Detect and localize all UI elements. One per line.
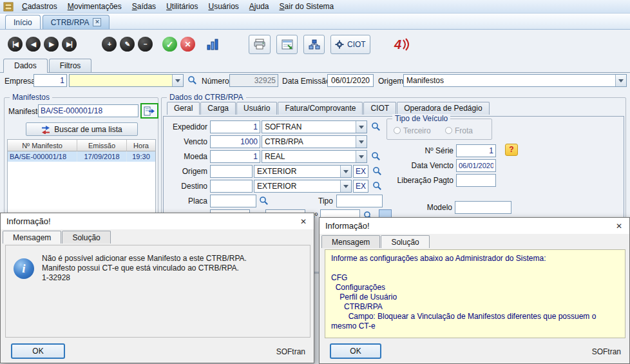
vencto-combo[interactable]: CTRB/RPA [262,135,367,148]
tab-filtros[interactable]: Filtros [49,59,92,73]
tab-mensagem-label: Mensagem [13,233,51,242]
origem-search-icon[interactable] [372,166,382,176]
confirm-button[interactable]: ✓ [162,37,177,52]
moeda-code-input[interactable] [210,150,260,163]
close-icon[interactable]: ✕ [609,218,629,234]
tab-mensagem[interactable]: Mensagem [321,235,380,248]
radio-frota[interactable]: Frota [445,126,473,135]
vencto-code-input[interactable] [210,135,260,148]
nav-next-button[interactable]: ▶ [44,37,59,52]
col-header-emissao[interactable]: Emissão [77,140,127,151]
menu-item-ajuda[interactable]: Ajuda [244,1,274,12]
nav-last-button[interactable]: ▶| [62,37,77,52]
delete-button[interactable]: − [138,37,153,52]
destino-search-icon[interactable] [372,181,382,191]
tab-ciot-label: CIOT [370,104,389,113]
menu-item-movimentacoes[interactable]: Movimentações [62,1,127,12]
tab-dados[interactable]: Dados [3,59,48,73]
cancel-button[interactable]: ✕ [180,37,195,52]
solucao-content: Informe as configurações abaixo ao Admin… [325,249,625,338]
tab-solucao[interactable]: Solução [381,235,429,248]
edit-button[interactable]: ✎ [120,37,135,52]
origem-combo[interactable]: EXTERIOR [254,165,352,178]
expedidor-code-input[interactable] [210,120,260,133]
ciot-button[interactable]: CIOT [330,35,370,54]
origem-uf-input[interactable] [353,165,368,178]
data-vencto-input[interactable] [456,159,496,172]
dropdown-arrow-icon[interactable] [340,166,351,177]
dialog-solucao: Informação! ✕ Mensagem Solução Informe a… [319,217,630,364]
dropdown-arrow-icon[interactable] [340,180,351,192]
expedidor-search-icon[interactable] [371,122,381,131]
tipo-veiculo-group: Tipo de Veículo Terceiro Frota [387,119,492,140]
placa-label: Placa [164,196,207,206]
add-manifesto-button[interactable] [140,103,158,119]
moeda-search-icon[interactable] [371,151,381,161]
data-emissao-input[interactable] [327,74,374,87]
menu-item-saidas[interactable]: Saídas [127,1,161,12]
expedidor-combo[interactable]: SOFTRAN [262,120,367,133]
app-icon [3,2,14,12]
tab-inicio[interactable]: Início [5,15,41,29]
menu-item-sair[interactable]: Sair do Sistema [274,1,339,12]
tab-close-icon[interactable]: ✕ [93,18,101,26]
support-button[interactable]: 4 [393,37,410,52]
tab-ciot[interactable]: CIOT [363,102,396,115]
ok-button[interactable]: OK [11,343,65,359]
dialog-solucao-titlebar: Informação! [320,218,629,234]
radio-terceiro[interactable]: Terceiro [394,126,431,135]
chart-button[interactable] [205,39,222,50]
tab-filtros-label: Filtros [60,61,81,70]
menu-item-cadastros[interactable]: Cadastros [17,1,62,12]
print-button[interactable] [249,35,271,54]
ok-button[interactable]: OK [330,343,381,359]
placa-input[interactable] [210,195,256,207]
tab-mensagem[interactable]: Mensagem [3,231,61,244]
tab-carga[interactable]: Carga [200,102,236,115]
destino-uf-input[interactable] [353,180,368,193]
grid-row-selected[interactable]: BA/SE-000001/18 17/09/2018 19:30 [8,151,155,162]
tab-pedagio-label: Operadora de Pedágio [404,104,482,113]
organize-button[interactable] [303,35,325,54]
menu-item-usuarios[interactable]: Usuários [203,1,243,12]
ciot-button-label: CIOT [347,40,366,49]
empresa-input[interactable] [33,74,67,87]
col-header-hora[interactable]: Hora [127,140,155,151]
placa-search-icon[interactable] [259,196,269,206]
buscar-lista-button[interactable]: Buscar de uma lista [26,122,138,136]
nav-prev-button[interactable]: ◀ [26,37,41,52]
report-button[interactable] [276,35,298,54]
tab-usuario[interactable]: Usuário [236,102,277,115]
dropdown-arrow-icon[interactable] [615,75,626,86]
help-question-icon[interactable]: ? [505,144,518,156]
nav-first-button[interactable]: |◀ [8,37,23,52]
close-icon[interactable]: ✕ [293,213,314,229]
modelo-input[interactable] [455,201,511,214]
menu-item-utilitarios[interactable]: Utilitários [161,1,203,12]
moeda-combo[interactable]: REAL [262,150,367,163]
origem-header-combo[interactable]: Manifestos [403,74,627,87]
liberacao-label: Liberação Pagto [390,176,453,185]
col-header-manifesto[interactable]: Nº Manifesto [8,140,77,151]
dropdown-arrow-icon[interactable] [356,136,367,148]
dropdown-arrow-icon[interactable] [356,151,367,162]
destino-code-input[interactable] [210,180,253,193]
tab-ctrb-rpa[interactable]: CTRB/RPA ✕ [43,15,110,29]
tab-geral[interactable]: Geral [167,102,200,115]
tab-solucao[interactable]: Solução [62,231,110,244]
dropdown-arrow-icon[interactable] [356,121,367,133]
tab-pedagio[interactable]: Operadora de Pedágio [397,102,489,115]
dropdown-arrow-icon[interactable] [172,75,183,86]
tab-fatura[interactable]: Fatura/Comprovante [278,102,363,115]
pencil-icon: ✎ [125,41,129,48]
serie-input[interactable] [456,144,496,157]
check-icon: ✓ [166,39,174,50]
tipo-input[interactable] [336,195,383,207]
add-button[interactable]: + [102,37,117,52]
empresa-search-icon[interactable] [187,75,197,85]
liberacao-input[interactable] [456,174,496,187]
manifesto-input[interactable] [38,104,138,117]
empresa-combo[interactable] [69,74,184,87]
destino-combo[interactable]: EXTERIOR [254,180,352,193]
origem-code-input[interactable] [210,165,253,178]
